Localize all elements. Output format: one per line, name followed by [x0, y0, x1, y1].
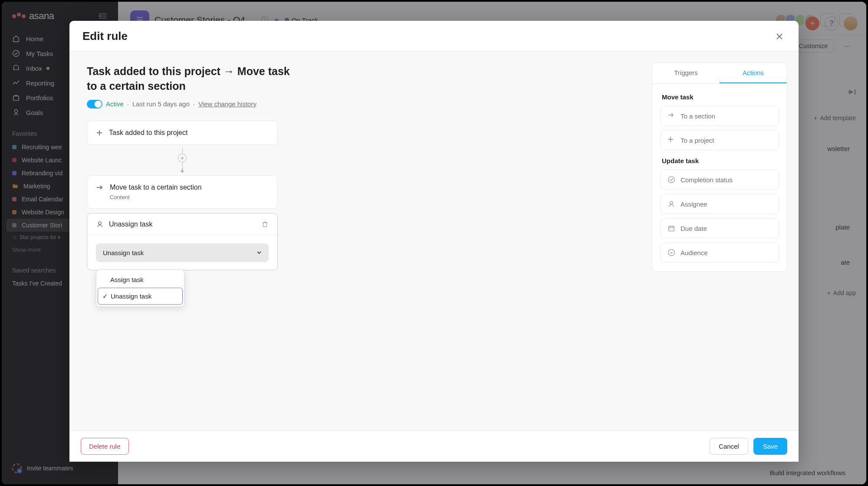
trigger-label: Task added to this project: [109, 129, 187, 137]
action-card-move[interactable]: Move task to a certain section Content: [87, 175, 278, 209]
trash-icon[interactable]: [261, 220, 269, 228]
dropdown-option-unassign[interactable]: Unassign task: [98, 288, 183, 305]
save-button[interactable]: Save: [753, 438, 787, 455]
chevron-down-icon: [256, 251, 262, 254]
flow-connector: +: [87, 145, 278, 175]
plus-icon: [667, 136, 675, 144]
tab-actions[interactable]: Actions: [720, 63, 787, 83]
active-toggle[interactable]: [87, 100, 102, 108]
section-move-task: Move task: [662, 93, 777, 101]
arrow-down-icon: [179, 168, 185, 173]
person-icon: [96, 220, 104, 228]
svg-rect-18: [263, 223, 267, 227]
rule-builder: Task added to this project → Move task t…: [69, 51, 652, 430]
plus-icon: [96, 129, 103, 136]
svg-point-17: [99, 222, 101, 224]
svg-point-30: [668, 250, 674, 256]
modal-footer: Delete rule Cancel Save: [69, 430, 799, 462]
cancel-button[interactable]: Cancel: [710, 438, 748, 455]
rule-title: Task added to this project → Move task t…: [87, 64, 295, 94]
calendar-icon: [667, 224, 675, 232]
panel-tabs: Triggers Actions: [652, 63, 787, 84]
edit-rule-modal: Edit rule Task added to this project → M…: [69, 21, 799, 462]
actions-panel-wrap: Triggers Actions Move task To a section …: [652, 51, 799, 430]
person-icon: [667, 200, 675, 208]
modal-header: Edit rule: [69, 21, 799, 51]
add-step-button[interactable]: +: [178, 154, 187, 162]
trigger-card[interactable]: Task added to this project: [87, 121, 278, 145]
action-due-date[interactable]: Due date: [660, 218, 779, 238]
actions-panel: Triggers Actions Move task To a section …: [652, 62, 787, 272]
arrow-right-icon: [96, 184, 104, 190]
tab-triggers[interactable]: Triggers: [652, 63, 720, 83]
delete-rule-button[interactable]: Delete rule: [81, 438, 129, 455]
dropdown-option-assign[interactable]: Assign task: [96, 272, 184, 288]
check-circle-icon: [667, 176, 675, 184]
arrow-right-icon: [667, 112, 675, 120]
action-assignee[interactable]: Assignee: [660, 194, 779, 214]
select-value: Unassign task: [103, 249, 144, 256]
modal-title: Edit rule: [82, 30, 128, 43]
action-to-project[interactable]: To a project: [660, 130, 779, 150]
svg-rect-26: [669, 227, 674, 231]
last-run-text: Last run 5 days ago: [132, 100, 190, 108]
action-subtitle: Content: [110, 194, 130, 200]
assignee-action-select[interactable]: Unassign task: [96, 243, 269, 262]
action-audience[interactable]: Audience: [660, 243, 779, 263]
close-icon[interactable]: [773, 30, 786, 43]
action-label: Move task to a certain section: [110, 184, 202, 191]
section-update-task: Update task: [662, 157, 777, 164]
unassign-title: Unassign task: [109, 220, 153, 228]
action-to-section[interactable]: To a section: [660, 106, 779, 126]
svg-point-25: [670, 201, 673, 204]
rule-meta: Active · Last run 5 days ago · View chan…: [87, 100, 635, 108]
assignee-action-dropdown: Assign task Unassign task: [96, 269, 184, 307]
active-label: Active: [106, 100, 124, 108]
change-history-link[interactable]: View change history: [198, 100, 256, 108]
action-card-unassign: Unassign task Unassign task Assign task …: [87, 213, 278, 270]
svg-point-24: [668, 177, 674, 183]
chevron-circle-icon: [667, 249, 675, 256]
action-completion[interactable]: Completion status: [660, 170, 779, 190]
